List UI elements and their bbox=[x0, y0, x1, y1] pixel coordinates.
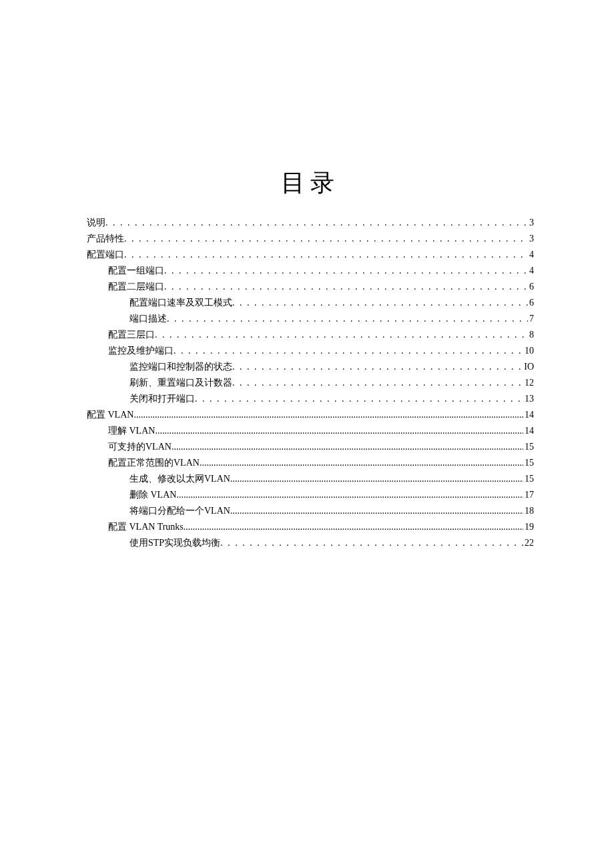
toc-entry: 配置端口速率及双工模式6 bbox=[87, 298, 534, 308]
toc-entry-page: 10 bbox=[523, 346, 534, 356]
toc-entry-label: 配置一组端口 bbox=[108, 266, 164, 276]
toc-entry-page: 8 bbox=[528, 330, 534, 340]
toc-entry: 配置三层口8 bbox=[87, 330, 534, 340]
toc-entry: 删除 VLAN 17 bbox=[87, 490, 534, 500]
toc-leader-dots bbox=[133, 410, 523, 420]
toc-entry-page: 15 bbox=[523, 442, 534, 452]
toc-entry: 配置二层端口6 bbox=[87, 282, 534, 292]
toc-entry-label: 端口描述 bbox=[129, 314, 167, 324]
toc-entry-page: 14 bbox=[523, 426, 534, 436]
toc-entry: 生成、修改以太网VLAN15 bbox=[87, 474, 534, 484]
toc-leader-dots bbox=[176, 490, 523, 500]
toc-entry: 产品特性3 bbox=[87, 234, 534, 244]
toc-entry: 可支持的VLAN15 bbox=[87, 442, 534, 452]
toc-leader-dots bbox=[174, 346, 523, 356]
toc-leader-dots bbox=[232, 362, 523, 372]
toc-entry: 端口描述7 bbox=[87, 314, 534, 324]
toc-entry-page: 12 bbox=[523, 378, 534, 388]
toc-entry-label: 将端口分配给一个VLAN bbox=[129, 506, 230, 516]
toc-entry-page: 13 bbox=[523, 394, 534, 404]
toc-entry: 监控端口和控制器的状态IO bbox=[87, 362, 534, 372]
toc-entry-page: 4 bbox=[528, 250, 534, 260]
toc-leader-dots bbox=[164, 266, 528, 276]
toc-entry: 配置正常范围的VLAN15 bbox=[87, 458, 534, 468]
toc-entry: 理解 VLAN14 bbox=[87, 426, 534, 436]
toc-entry: 配置一组端口4 bbox=[87, 266, 534, 276]
toc-entry-label: 刷新、重置端口及计数器 bbox=[129, 378, 232, 388]
toc-entry-label: 产品特性 bbox=[87, 234, 124, 244]
toc-leader-dots bbox=[230, 474, 523, 484]
toc-leader-dots bbox=[155, 330, 528, 340]
toc-entry-page: 4 bbox=[528, 266, 534, 276]
toc-entry: 刷新、重置端口及计数器12 bbox=[87, 378, 534, 388]
toc-entry-label: 配置端口 bbox=[87, 250, 124, 260]
toc-entry-page: IO bbox=[523, 362, 534, 372]
toc-leader-dots bbox=[232, 298, 528, 308]
toc-leader-dots bbox=[167, 314, 528, 324]
toc-entry-page: 22 bbox=[523, 538, 534, 548]
toc-entry-page: 6 bbox=[528, 298, 534, 308]
toc-leader-dots bbox=[195, 394, 523, 404]
toc-entry-label: 配置二层端口 bbox=[108, 282, 164, 292]
toc-entry-label: 配置 VLAN Trunks bbox=[108, 522, 184, 532]
toc-entry-page: 15 bbox=[523, 474, 534, 484]
toc-entry-page: 17 bbox=[523, 490, 534, 500]
toc-entry-label: 生成、修改以太网VLAN bbox=[129, 474, 230, 484]
toc-entry-label: 说明 bbox=[87, 218, 105, 228]
toc-leader-dots bbox=[220, 538, 523, 548]
toc-leader-dots bbox=[232, 378, 523, 388]
toc-list: 说明3产品特性3配置端口4配置一组端口4配置二层端口6配置端口速率及双工模式6端… bbox=[87, 218, 534, 548]
toc-leader-dots bbox=[172, 442, 523, 452]
toc-title: 目录 bbox=[87, 167, 534, 199]
toc-entry: 使用STP实现负载均衡22 bbox=[87, 538, 534, 548]
toc-entry: 配置 VLAN14 bbox=[87, 410, 534, 420]
toc-entry-label: 配置 VLAN bbox=[87, 410, 133, 420]
toc-entry-page: 18 bbox=[523, 506, 534, 516]
toc-leader-dots bbox=[124, 250, 528, 260]
toc-entry-page: 6 bbox=[528, 282, 534, 292]
toc-entry-label: 配置正常范围的VLAN bbox=[108, 458, 200, 468]
toc-leader-dots bbox=[105, 218, 528, 228]
toc-entry: 将端口分配给一个VLAN 18 bbox=[87, 506, 534, 516]
toc-entry-page: 3 bbox=[528, 218, 534, 228]
toc-leader-dots bbox=[200, 458, 523, 468]
toc-entry: 关闭和打开端口13 bbox=[87, 394, 534, 404]
toc-entry-label: 监控端口和控制器的状态 bbox=[129, 362, 232, 372]
toc-leader-dots bbox=[164, 282, 528, 292]
toc-entry: 配置 VLAN Trunks19 bbox=[87, 522, 534, 532]
toc-entry-page: 15 bbox=[523, 458, 534, 468]
toc-entry-label: 可支持的VLAN bbox=[108, 442, 172, 452]
toc-entry-label: 关闭和打开端口 bbox=[129, 394, 195, 404]
toc-entry-page: 3 bbox=[528, 234, 534, 244]
toc-leader-dots bbox=[184, 522, 523, 532]
page-container: 目录 说明3产品特性3配置端口4配置一组端口4配置二层端口6配置端口速率及双工模… bbox=[0, 0, 614, 548]
toc-entry-label: 监控及维护端口 bbox=[108, 346, 174, 356]
toc-entry-label: 理解 VLAN bbox=[108, 426, 155, 436]
toc-entry: 配置端口4 bbox=[87, 250, 534, 260]
toc-entry-label: 配置三层口 bbox=[108, 330, 155, 340]
toc-leader-dots bbox=[124, 234, 528, 244]
toc-entry-page: 14 bbox=[523, 410, 534, 420]
toc-entry-page: 19 bbox=[523, 522, 534, 532]
toc-entry-label: 配置端口速率及双工模式 bbox=[129, 298, 232, 308]
toc-entry-label: 使用STP实现负载均衡 bbox=[129, 538, 220, 548]
toc-entry-page: 7 bbox=[528, 314, 534, 324]
toc-entry-label: 删除 VLAN bbox=[129, 490, 176, 500]
toc-leader-dots bbox=[230, 506, 523, 516]
toc-entry: 监控及维护端口10 bbox=[87, 346, 534, 356]
toc-leader-dots bbox=[155, 426, 523, 436]
toc-entry: 说明3 bbox=[87, 218, 534, 228]
